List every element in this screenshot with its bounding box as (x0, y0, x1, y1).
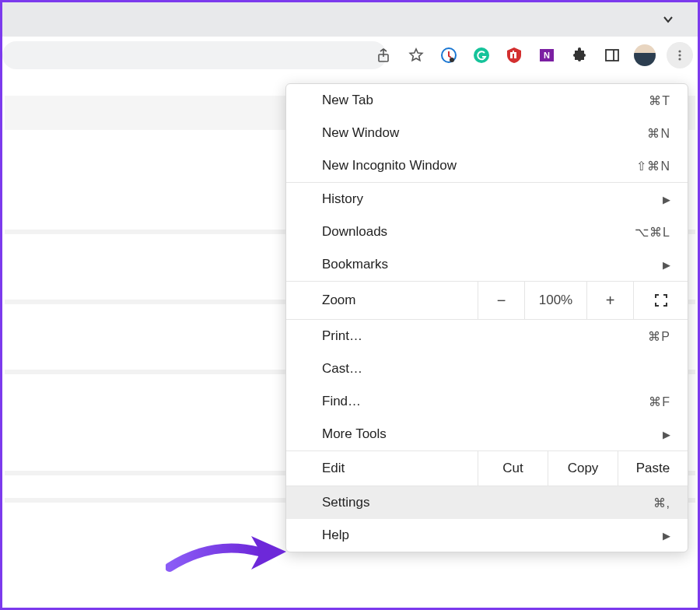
menu-label: New Window (322, 125, 399, 141)
star-icon[interactable] (405, 44, 427, 66)
extension-adblock-icon[interactable] (503, 44, 525, 66)
tabs-dropdown-icon[interactable] (662, 13, 674, 26)
menu-shortcut: ⌘, (653, 496, 670, 510)
menu-label: New Tab (322, 93, 373, 108)
menu-new-window[interactable]: New Window ⌘N (286, 117, 688, 149)
submenu-arrow-icon: ▶ (663, 530, 670, 542)
zoom-in-button[interactable]: + (586, 282, 633, 319)
browser-toolbar: N (2, 37, 698, 74)
menu-cast[interactable]: Cast… (286, 352, 688, 385)
menu-label: Print… (322, 328, 362, 344)
menu-shortcut: ⌘N (647, 126, 670, 141)
svg-rect-5 (513, 51, 514, 54)
menu-zoom-label: Zoom (286, 282, 478, 319)
menu-find[interactable]: Find… ⌘F (286, 385, 688, 418)
menu-print[interactable]: Print… ⌘P (286, 320, 688, 352)
menu-shortcut: ⇧⌘N (636, 159, 670, 174)
extension-grammarly-icon[interactable] (471, 44, 492, 66)
extension-onenote-icon[interactable]: N (536, 44, 558, 66)
menu-history[interactable]: History ▶ (286, 183, 688, 216)
menu-label: Settings (322, 495, 369, 510)
menu-shortcut: ⌥⌘L (635, 225, 670, 240)
menu-label: Cast… (322, 361, 362, 377)
menu-help[interactable]: Help ▶ (286, 519, 688, 552)
menu-label: History (322, 191, 363, 207)
share-icon[interactable] (373, 44, 394, 66)
menu-label: New Incognito Window (322, 158, 457, 174)
submenu-arrow-icon: ▶ (663, 259, 670, 271)
svg-point-13 (678, 58, 681, 60)
menu-edit-row: Edit Cut Copy Paste (286, 450, 688, 486)
address-bar-bg (2, 41, 387, 69)
svg-text:N: N (544, 51, 550, 60)
menu-settings[interactable]: Settings ⌘, (286, 486, 688, 519)
menu-bookmarks[interactable]: Bookmarks ▶ (286, 248, 688, 281)
menu-label: Help (322, 528, 349, 543)
svg-rect-9 (606, 50, 618, 61)
sidepanel-icon[interactable] (601, 44, 623, 66)
menu-label: Find… (322, 394, 361, 409)
menu-zoom-row: Zoom − 100% + (286, 281, 688, 319)
edit-paste-button[interactable]: Paste (618, 451, 688, 486)
zoom-level: 100% (524, 282, 586, 319)
menu-new-incognito[interactable]: New Incognito Window ⇧⌘N (286, 149, 688, 182)
fullscreen-button[interactable] (633, 282, 688, 319)
edit-cut-button[interactable]: Cut (478, 451, 548, 486)
zoom-out-button[interactable]: − (478, 282, 524, 319)
menu-edit-label: Edit (286, 451, 478, 486)
profile-avatar[interactable] (634, 44, 656, 66)
annotation-arrow (166, 532, 290, 579)
svg-point-3 (474, 47, 489, 63)
menu-shortcut: ⌘F (649, 394, 670, 409)
svg-rect-6 (514, 52, 516, 58)
extension-privacy-icon[interactable] (438, 44, 460, 66)
edit-copy-button[interactable]: Copy (548, 451, 618, 486)
svg-rect-4 (510, 52, 513, 58)
menu-more-tools[interactable]: More Tools ▶ (286, 418, 688, 450)
menu-label: More Tools (322, 426, 387, 442)
tab-strip (2, 2, 698, 37)
menu-label: Downloads (322, 224, 387, 240)
menu-new-tab[interactable]: New Tab ⌘T (286, 84, 688, 117)
svg-point-2 (450, 58, 454, 62)
svg-point-12 (678, 54, 681, 56)
menu-shortcut: ⌘P (648, 329, 670, 344)
menu-label: Bookmarks (322, 257, 388, 272)
extensions-puzzle-icon[interactable] (569, 44, 590, 66)
more-menu-button[interactable] (667, 42, 693, 68)
chrome-menu: New Tab ⌘T New Window ⌘N New Incognito W… (285, 83, 688, 552)
submenu-arrow-icon: ▶ (663, 194, 670, 205)
svg-point-11 (678, 50, 681, 52)
submenu-arrow-icon: ▶ (663, 429, 670, 440)
menu-shortcut: ⌘T (649, 93, 670, 108)
menu-downloads[interactable]: Downloads ⌥⌘L (286, 216, 688, 248)
